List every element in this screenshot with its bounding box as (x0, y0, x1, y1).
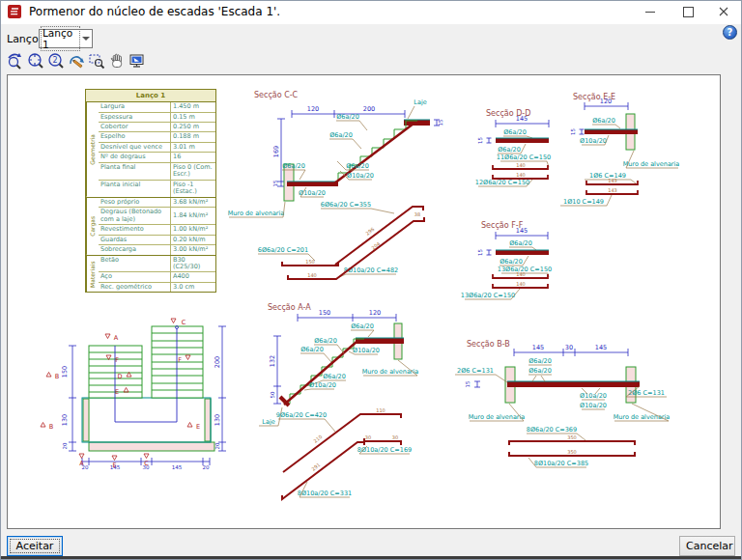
dim-label: 15 (272, 180, 278, 186)
section-cc: Secção C-C 120 200 169 15 15 Laje Ø6a/20… (228, 91, 443, 217)
redraw-icon[interactable] (67, 51, 86, 70)
leader-line (592, 125, 620, 128)
tiny-dim: 30 (392, 434, 398, 440)
leader-line (321, 209, 394, 213)
table-row: Revestimento1.00 kN/m² (99, 225, 215, 235)
dim-label: 132 (269, 355, 276, 367)
dim-label: 20 (203, 464, 210, 470)
slab (507, 381, 640, 387)
rebar-label: Ø6a/20 (314, 337, 337, 345)
dim-label: 145 (532, 344, 544, 351)
rebar-label: Ø6a/20 (509, 239, 532, 247)
table-row: AçoA400 (99, 272, 215, 282)
table-group-geometria: Geometria Largura1.450 m Espessura0.15 m… (86, 102, 215, 198)
rebar-schedule-label: 8Ø10a/20 C=331 (298, 490, 352, 497)
table-category: Cargas (86, 198, 99, 255)
drawing-canvas[interactable]: 150 130 20 200 130 20 20 145 30 145 20 A… (7, 74, 721, 529)
rebar-label: Ø6a/20 (329, 131, 353, 139)
table-group-cargas: Cargas Peso próprio3.68 kN/m² Degraus (B… (86, 198, 215, 256)
dim-label: 20 (62, 442, 68, 449)
dim-label: 145 (516, 115, 528, 123)
pan-icon[interactable] (107, 51, 127, 70)
dim-label: 200 (214, 356, 221, 368)
slab (496, 138, 549, 143)
rebar-schedule-label: 12Ø6a/20 C=150 (475, 179, 529, 186)
plan-dim-left (69, 346, 76, 451)
tiny-dim: 38 (414, 211, 420, 217)
rebar-bar (335, 207, 423, 265)
maximize-button[interactable] (671, 0, 704, 23)
plan-wall-right (205, 399, 211, 441)
tiny-dim: 143 (608, 178, 617, 183)
rebar-label: Ø6a/20 (503, 128, 527, 136)
tiny-dim: 350 (567, 434, 577, 440)
accept-button[interactable]: Aceitar (7, 536, 63, 556)
table-row: Nº de degraus16 (99, 153, 215, 162)
dimension-line (487, 250, 492, 255)
dimension-line (487, 138, 492, 143)
screen-detail-icon[interactable] (128, 51, 147, 70)
section-bb: Secção B-B 145 30 145 15 2Ø6 C=131 Ø6a/2… (455, 340, 670, 467)
minimize-icon (645, 12, 655, 13)
rebar-label: Ø6a/20 (346, 162, 369, 170)
rebar-label: Ø6a/20 (282, 162, 305, 170)
rebar-label: Ø6a/20 (323, 373, 346, 380)
rebar-label: Ø6a/20 (592, 117, 615, 125)
table-row: Desnível que vence3.01 m (99, 143, 215, 153)
table-row: Planta finalPiso 0 (Com. Escr.) (99, 163, 215, 181)
zoom-scale-icon[interactable]: 2 (46, 51, 66, 70)
help-button[interactable]: ? (723, 25, 737, 40)
leader-line (351, 330, 374, 337)
plan-view: 150 130 20 200 130 20 20 145 30 145 20 A… (41, 319, 226, 470)
dim-label: 50 (270, 391, 275, 398)
section-aa: Secção A-A 150 120 132 50 Ø6a/20 Ø6a/20 … (259, 303, 418, 426)
marker-letter: E (196, 423, 200, 431)
dim-label: 145 (516, 227, 528, 235)
dimension-line (580, 129, 585, 134)
plan-wall-left (83, 399, 89, 441)
close-button[interactable] (707, 0, 740, 23)
rebar-label: Ø10a/20 (309, 381, 336, 389)
cancel-button[interactable]: Cancelar (679, 536, 735, 556)
tiny-dim: 150 (305, 259, 315, 265)
zoom-previous-icon[interactable] (6, 51, 25, 70)
tiny-dim: 140 (516, 281, 526, 287)
minimize-button[interactable] (634, 0, 667, 23)
dim-label: 145 (595, 344, 607, 351)
zoom-extents-icon[interactable] (26, 51, 45, 70)
tiny-dim: 140 (516, 162, 526, 168)
leader-line (455, 375, 507, 382)
leader-line (532, 376, 545, 381)
rebar-label: Ø10a/20 (580, 137, 607, 145)
dim-label: 15 (477, 249, 483, 256)
dim-label: 15 (438, 119, 443, 126)
leader-line (304, 389, 334, 390)
dim-label: 20 (214, 442, 220, 449)
zoom-window-icon[interactable] (87, 51, 106, 70)
rebar-bar (283, 414, 401, 472)
lanco-properties-table: Lanço 1 Geometria Largura1.450 m Espessu… (85, 89, 216, 293)
table-row: Planta inicialPiso -1 (Estac.) (99, 181, 215, 197)
leader-line (329, 139, 361, 149)
rebar-schedule-label: 6Ø6a/20 C=201 (258, 246, 308, 254)
marker-letter: B (55, 373, 59, 380)
tiny-dim: 143 (608, 187, 617, 193)
dim-label: 150 (61, 366, 69, 378)
lanco-dropdown[interactable]: Lanço 1 (39, 29, 93, 48)
tiny-dim: 110 (376, 407, 385, 413)
leader-line (408, 106, 414, 119)
lanco-dropdown-value: Lanço 1 (42, 27, 79, 50)
leader-line (339, 274, 396, 277)
section-ff: Secção F-F 145 Ø6a/20 15 Ø6a/20 13Ø6a/20… (461, 221, 552, 299)
marker-letter: E (112, 462, 116, 469)
dim-label: 120 (600, 98, 612, 105)
dim-label: 130 (61, 414, 69, 426)
dim-label: 145 (172, 464, 183, 470)
marker-letter: D (117, 373, 122, 380)
rebar-label: Ø6a/20 (300, 346, 324, 353)
window-bottom-edge (0, 556, 742, 560)
section-dd: Secção D-D 145 Ø6a/20 Ø6a/20 15 11Ø6a/20… (475, 109, 551, 186)
chevron-down-icon[interactable] (79, 30, 92, 47)
leader-line (278, 419, 335, 432)
dim-label: 15 (465, 380, 471, 387)
